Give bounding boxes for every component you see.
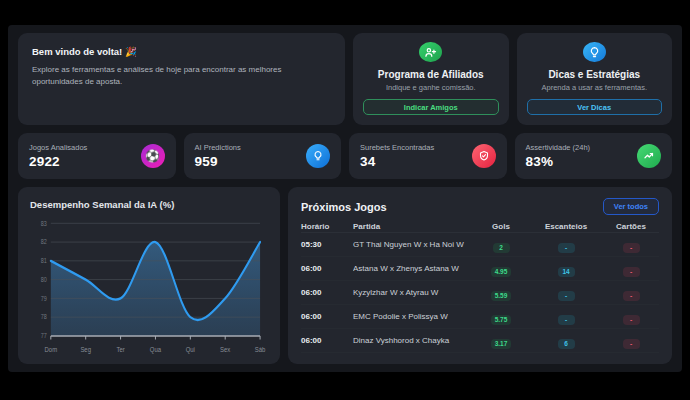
top-row: Bem vindo de volta! 🎉 Explore as ferrame… xyxy=(18,33,672,125)
gols-cell: 5.75 xyxy=(473,308,529,326)
ver-dicas-button[interactable]: Ver Dicas xyxy=(527,99,663,115)
stat-surebets: Surebets Encontradas 34 xyxy=(349,133,507,179)
escanteios-badge: - xyxy=(558,291,575,302)
svg-text:Sáb: Sáb xyxy=(255,346,266,354)
svg-text:80: 80 xyxy=(41,277,48,283)
lightbulb-icon xyxy=(306,144,330,168)
user-plus-icon xyxy=(419,42,442,62)
chart-svg: 77787980818283DomSegTerQuaQuiSexSáb xyxy=(30,214,268,358)
weekly-performance-card: Desempenho Semanal da IA (%) 77787980818… xyxy=(18,187,280,364)
escanteios-cell: - xyxy=(529,236,603,254)
tips-card: Dicas e Estratégias Aprenda a usar as fe… xyxy=(517,33,673,125)
table-row[interactable]: 06:00Kyzylzhar W x Atyrau W5.59-- xyxy=(301,281,659,305)
svg-text:82: 82 xyxy=(41,239,47,245)
svg-text:81: 81 xyxy=(41,258,47,264)
welcome-title-text: Bem vindo de volta! xyxy=(32,46,122,57)
table-head: Próximos Jogos Ver todos xyxy=(301,198,659,215)
indicar-amigos-button[interactable]: Indicar Amigos xyxy=(363,99,499,115)
gols-badge: 5.59 xyxy=(491,291,512,302)
stat-value: 2922 xyxy=(29,154,87,169)
bottom-row: Desempenho Semanal da IA (%) 77787980818… xyxy=(18,187,672,364)
weekly-performance-chart: 77787980818283DomSegTerQuaQuiSexSáb xyxy=(30,214,268,358)
game-time: 05:30 xyxy=(301,240,353,249)
cartoes-badge: - xyxy=(623,339,640,350)
escanteios-badge: - xyxy=(558,315,575,326)
affiliate-subtitle: Indique e ganhe comissão. xyxy=(386,83,476,92)
gols-badge: 5.75 xyxy=(491,315,512,326)
svg-text:Qui: Qui xyxy=(186,346,195,355)
cartoes-badge: - xyxy=(623,291,640,302)
header-cartoes: Cartões xyxy=(603,222,659,231)
escanteios-cell: 14 xyxy=(529,260,603,278)
svg-text:Dom: Dom xyxy=(45,346,58,354)
escanteios-cell: - xyxy=(529,308,603,326)
stat-ai-predictions: AI Predictions 959 xyxy=(184,133,342,179)
tips-title: Dicas e Estratégias xyxy=(548,69,640,80)
cartoes-cell: - xyxy=(603,236,659,254)
welcome-card: Bem vindo de volta! 🎉 Explore as ferrame… xyxy=(18,33,345,125)
gols-cell: 3.17 xyxy=(473,332,529,350)
games-table-body: 05:30GT Thai Nguyen W x Ha Noi W2--06:00… xyxy=(301,233,659,353)
table-row[interactable]: 06:00Astana W x Zhenys Astana W4.9514- xyxy=(301,257,659,281)
header-partida: Partida xyxy=(353,222,473,231)
affiliate-card: Programa de Afiliados Indique e ganhe co… xyxy=(353,33,509,125)
stat-label: Surebets Encontradas xyxy=(360,143,434,152)
cartoes-cell: - xyxy=(603,284,659,302)
header-horario: Horário xyxy=(301,222,353,231)
svg-text:Sex: Sex xyxy=(220,346,231,354)
gols-badge: 4.95 xyxy=(491,267,512,278)
chart-title: Desempenho Semanal da IA (%) xyxy=(30,199,268,210)
cartoes-cell: - xyxy=(603,260,659,278)
svg-text:83: 83 xyxy=(41,220,48,226)
escanteios-cell: 6 xyxy=(529,332,603,350)
svg-text:79: 79 xyxy=(41,295,48,301)
table-header-row: Horário Partida Gols Escanteios Cartões xyxy=(301,220,659,233)
svg-text:78: 78 xyxy=(41,314,48,320)
game-time: 06:00 xyxy=(301,312,353,321)
game-time: 06:00 xyxy=(301,264,353,273)
svg-text:77: 77 xyxy=(41,333,47,339)
stat-value: 34 xyxy=(360,154,434,169)
gols-badge: 3.17 xyxy=(491,339,512,350)
svg-text:Ter: Ter xyxy=(116,346,125,354)
welcome-subtitle: Explore as ferramentas e análises de hoj… xyxy=(32,64,331,89)
game-time: 06:00 xyxy=(301,336,353,345)
lightbulb-icon xyxy=(583,42,606,62)
game-time: 06:00 xyxy=(301,288,353,297)
tips-subtitle: Aprenda a usar as ferramentas. xyxy=(542,83,647,92)
gols-badge: 2 xyxy=(493,243,510,254)
stat-label: AI Predictions xyxy=(195,143,241,152)
dashboard: Bem vindo de volta! 🎉 Explore as ferrame… xyxy=(8,25,682,372)
escanteios-badge: - xyxy=(558,243,575,254)
ver-todos-button[interactable]: Ver todos xyxy=(603,198,659,215)
shield-check-icon xyxy=(472,144,496,168)
table-row[interactable]: 06:00EMC Podolie x Polissya W5.75-- xyxy=(301,305,659,329)
svg-text:Seg: Seg xyxy=(80,346,91,355)
cartoes-badge: - xyxy=(623,315,640,326)
soccer-ball-icon: ⚽ xyxy=(141,144,165,168)
table-title: Próximos Jogos xyxy=(301,201,387,213)
party-popper-icon: 🎉 xyxy=(125,46,137,57)
stat-label: Assertividade (24h) xyxy=(526,143,591,152)
escanteios-badge: 14 xyxy=(558,267,575,278)
upcoming-games-card: Próximos Jogos Ver todos Horário Partida… xyxy=(288,187,672,364)
cartoes-cell: - xyxy=(603,308,659,326)
header-escanteios: Escanteios xyxy=(529,222,603,231)
escanteios-badge: 6 xyxy=(558,339,575,350)
gols-cell: 2 xyxy=(473,236,529,254)
table-row[interactable]: 06:00Dinaz Vyshhorod x Chayka3.176- xyxy=(301,329,659,353)
header-gols: Gols xyxy=(473,222,529,231)
svg-text:Qua: Qua xyxy=(150,346,162,355)
gols-cell: 4.95 xyxy=(473,260,529,278)
trending-up-icon xyxy=(637,144,661,168)
stat-value: 83% xyxy=(526,154,591,169)
game-match: Dinaz Vyshhorod x Chayka xyxy=(353,336,473,345)
game-match: EMC Podolie x Polissya W xyxy=(353,312,473,321)
affiliate-title: Programa de Afiliados xyxy=(378,69,484,80)
stat-assertividade: Assertividade (24h) 83% xyxy=(515,133,673,179)
cartoes-badge: - xyxy=(623,243,640,254)
stat-value: 959 xyxy=(195,154,241,169)
table-row[interactable]: 05:30GT Thai Nguyen W x Ha Noi W2-- xyxy=(301,233,659,257)
gols-cell: 5.59 xyxy=(473,284,529,302)
stat-label: Jogos Analisados xyxy=(29,143,87,152)
